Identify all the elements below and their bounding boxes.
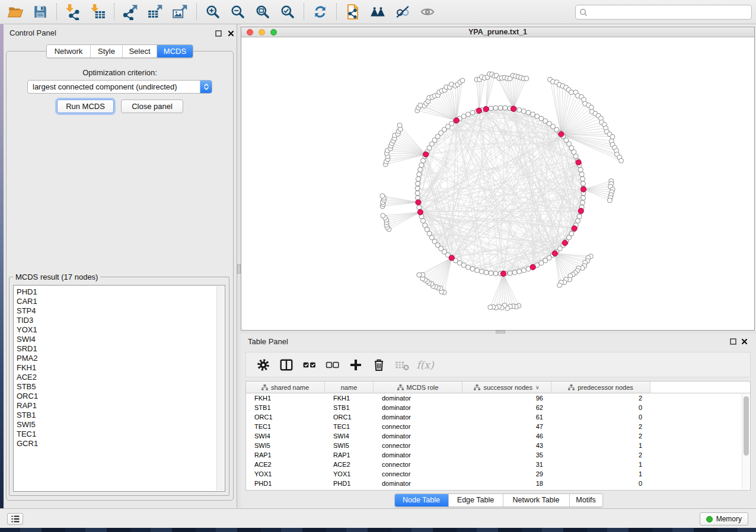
add-icon[interactable] (348, 357, 363, 373)
save-icon[interactable] (31, 2, 50, 21)
tab-network[interactable]: Network (47, 45, 91, 57)
mcds-result-item[interactable]: TID3 (14, 316, 216, 325)
cell-MCDS-role: dominator (374, 479, 462, 488)
cell-shared-name: SWI5 (246, 441, 325, 450)
zoom-in-icon[interactable] (203, 2, 222, 21)
table-row[interactable]: ORC1ORC1dominator610 (246, 412, 742, 422)
window-minimize-button[interactable] (259, 29, 265, 36)
search-input[interactable] (591, 8, 748, 17)
column-header-predecessor-nodes[interactable]: predecessor nodes (551, 382, 650, 393)
tab-style[interactable]: Style (91, 45, 123, 57)
cell-MCDS-role: dominator (374, 403, 462, 412)
float-panel-icon[interactable] (729, 338, 737, 345)
header-filler (650, 382, 750, 393)
table-row[interactable]: STB1STB1dominator620 (246, 403, 742, 412)
tab-mcds[interactable]: MCDS (157, 45, 193, 57)
table-body: FKH1FKH1dominator962STB1STB1dominator620… (246, 393, 742, 490)
zoom-selected-icon[interactable] (278, 2, 297, 21)
scrollbar-thumb[interactable] (744, 396, 749, 456)
column-header-shared-name[interactable]: shared name (246, 382, 325, 393)
delete-icon[interactable] (371, 357, 387, 373)
mcds-result-item[interactable]: YOX1 (14, 325, 216, 335)
clear-selection-icon[interactable] (325, 357, 340, 373)
function-icon: f(x) (417, 357, 433, 373)
tab-edge-table[interactable]: Edge Table (449, 494, 503, 507)
column-label: successor nodes (483, 384, 532, 391)
mcds-result-item[interactable]: ORC1 (14, 392, 216, 401)
float-panel-icon[interactable] (215, 30, 222, 37)
network-view-window: YPA_prune.txt_1 (241, 27, 755, 331)
run-mcds-button[interactable]: Run MCDS (57, 100, 114, 113)
first-neighbors-icon[interactable] (368, 2, 387, 21)
table-row[interactable]: ACE2ACE2connector311 (246, 460, 742, 469)
tab-node-table[interactable]: Node Table (395, 494, 449, 507)
column-header-MCDS-role[interactable]: MCDS role (374, 382, 462, 393)
mcds-result-item[interactable]: PMA2 (14, 354, 216, 363)
search-box[interactable] (575, 5, 752, 20)
zoom-out-icon[interactable] (228, 2, 247, 21)
mcds-result-item[interactable]: TEC1 (14, 430, 216, 439)
cell-successor-nodes: 96 (462, 393, 551, 403)
mcds-result-item[interactable]: ACE2 (14, 373, 216, 382)
window-zoom-button[interactable] (270, 29, 277, 36)
close-panel-icon[interactable] (227, 30, 235, 37)
mcds-result-item[interactable]: RAP1 (14, 401, 216, 411)
optimization-criterion-label: Optimization criterion: (7, 68, 233, 77)
tab-network-table[interactable]: Network Table (503, 494, 570, 507)
refresh-icon[interactable] (311, 2, 330, 21)
optimization-criterion-select[interactable]: largest connected component (undirected) (27, 80, 212, 94)
control-panel: Control Panel NetworkStyleSelectMCDS Opt… (4, 24, 237, 508)
window-close-button[interactable] (247, 29, 253, 36)
share-document-icon[interactable] (343, 2, 362, 21)
export-image-icon[interactable] (171, 2, 190, 21)
import-network-icon[interactable] (63, 2, 82, 21)
mcds-result-list[interactable]: PHD1CAR1STP4TID3YOX1SWI4SRD1PMA2FKH1ACE2… (13, 285, 225, 492)
close-panel-button[interactable]: Close panel (121, 100, 183, 113)
mcds-result-item[interactable]: SWI4 (14, 335, 216, 344)
table-row[interactable]: TEC1TEC1connector472 (246, 422, 742, 431)
table-row[interactable]: FKH1FKH1dominator962 (246, 393, 742, 403)
export-table-icon[interactable] (146, 2, 165, 21)
zoom-fit-icon[interactable] (253, 2, 272, 21)
column-header-successor-nodes[interactable]: successor nodes∨ (462, 382, 551, 393)
cell-name: SWI5 (325, 441, 374, 450)
select-all-icon[interactable] (302, 357, 317, 373)
mcds-result-item[interactable]: FKH1 (14, 363, 216, 373)
open-icon[interactable] (6, 2, 25, 21)
close-panel-icon[interactable] (741, 338, 748, 345)
table-row[interactable]: YOX1YOX1connector291 (246, 469, 742, 479)
mcds-result-item[interactable]: SRD1 (14, 344, 216, 354)
cell-name: RAP1 (325, 450, 374, 460)
tab-select[interactable]: Select (123, 45, 157, 57)
mcds-list-scrollbar[interactable] (216, 286, 224, 491)
column-label: name (341, 384, 358, 391)
table-row[interactable]: PHD1PHD1dominator180 (246, 479, 742, 488)
node-table: shared namenameMCDS rolesuccessor nodes∨… (245, 381, 751, 491)
show-graphics-icon[interactable] (418, 2, 437, 21)
mcds-result-item[interactable]: PHD1 (14, 287, 216, 297)
show-panels-button[interactable] (7, 513, 23, 525)
cell-MCDS-role: connector (374, 441, 462, 450)
cell-name: ACE2 (325, 460, 374, 469)
mcds-result-item[interactable]: STB1 (14, 411, 216, 420)
table-row[interactable]: RAP1RAP1dominator352 (246, 450, 742, 460)
mcds-result-item[interactable]: GCR1 (14, 439, 216, 448)
export-network-icon[interactable] (121, 2, 140, 21)
table-scrollbar[interactable] (742, 394, 749, 489)
table-row[interactable]: SWI5SWI5connector431 (246, 441, 742, 450)
table-row[interactable]: SWI4SWI4dominator462 (246, 431, 742, 441)
network-canvas[interactable] (241, 37, 754, 330)
memory-button[interactable]: Memory (700, 512, 748, 525)
mcds-result-item[interactable]: SWI5 (14, 420, 216, 430)
mcds-result-item[interactable]: STP4 (14, 306, 216, 316)
cell-successor-nodes: 46 (462, 431, 551, 441)
mcds-result-item[interactable]: STB5 (14, 382, 216, 392)
gear-icon[interactable] (256, 357, 271, 373)
columns-icon[interactable] (279, 357, 294, 373)
mcds-result-item[interactable]: CAR1 (14, 297, 216, 306)
import-table-icon[interactable] (88, 2, 107, 21)
column-header-name[interactable]: name (325, 382, 374, 393)
hide-graphics-icon[interactable] (393, 2, 412, 21)
tab-motifs[interactable]: Motifs (570, 494, 602, 507)
cell-predecessor-nodes: 2 (551, 393, 650, 403)
